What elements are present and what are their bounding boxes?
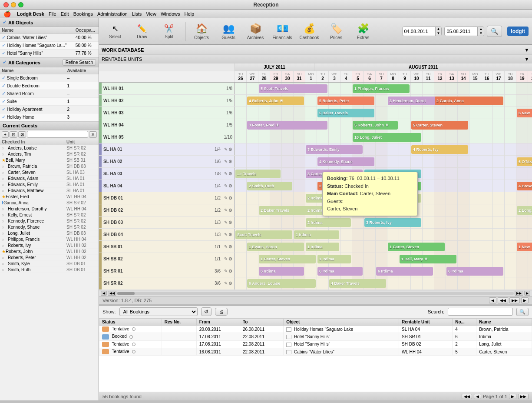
row-days-area[interactable]: 5 Scott Travels1 Philipps, Francis (235, 83, 532, 95)
guest-row[interactable]: ★ Roberts, John WL HH 02 (0, 249, 99, 255)
edit-icon[interactable]: ✎ (224, 232, 228, 237)
split-tool[interactable]: ✂️ Split (156, 20, 182, 43)
print-button[interactable]: 🖨 (215, 308, 228, 316)
guests-tool[interactable]: 👥 Guests (216, 20, 241, 43)
row-days-area[interactable]: 1 Evans, Aaron1 Irdima1 Carter, Steven1 … (235, 241, 532, 253)
booking-row[interactable]: Tentative 20.08.2011 26.08.2011 Holiday … (99, 326, 532, 333)
row-days-area[interactable]: 4 Kennedy, Shane6 O'Neal, Ryan (235, 156, 532, 168)
guest-row[interactable]: ℹ Garcia, Anna SH SR 02 (0, 200, 99, 206)
guest-row[interactable]: ○ Kennedy, Shane SH SR 02 (0, 224, 99, 230)
booking-bar[interactable]: 1 Carter, Steven (388, 243, 445, 251)
row-days-area[interactable]: Scott Travels1 Irdima (235, 229, 532, 241)
category-row[interactable]: ✓ Suite 1 (0, 98, 99, 106)
guest-row[interactable]: ○ Long, Juliet SH DB 03 (0, 230, 99, 236)
search-go-button[interactable]: 🔍 (516, 308, 529, 316)
guest-row[interactable]: ★ Bell, Mary SH SB 01 (0, 157, 99, 163)
apple-menu[interactable]: 🍎 (3, 10, 11, 17)
guest-row[interactable]: ○ Roberts, Ivy WL HH 02 (0, 243, 99, 249)
page-first-btn[interactable]: ◀◀ (462, 394, 472, 399)
row-days-area[interactable]: 4 Roberts, John ✳5 Roberts, Peter3 Hende… (235, 95, 532, 107)
guest-row[interactable]: ○ Carter, Steven SL HA 03 (0, 170, 99, 176)
scroll-thumb[interactable] (117, 292, 135, 295)
booking-bar[interactable]: 1 Philipps, Francis (353, 84, 410, 93)
booking-bar[interactable]: 6 Anders, Louise (247, 279, 316, 288)
booking-bar[interactable]: 4 Brown, Patricia (517, 182, 532, 190)
prices-tool[interactable]: 🏷️ Prices (324, 20, 349, 43)
settings-icon[interactable]: ⚙ (228, 183, 232, 188)
guest-row[interactable]: ○ Kennedy, Florence SH SR 02 (0, 218, 99, 224)
scroll-fast-left-btn[interactable]: ◀◀ (108, 291, 116, 296)
edit-icon[interactable]: ✎ (224, 159, 228, 164)
minimize-button[interactable] (11, 2, 16, 7)
date-from-up[interactable]: ▲ (435, 27, 442, 31)
settings-icon[interactable]: ⚙ (228, 232, 232, 237)
booking-bar[interactable]: 5 Roberts, Peter (317, 97, 374, 105)
settings-icon[interactable]: ⚙ (228, 159, 232, 164)
calendar-scrollbar[interactable]: ◀ ◀◀ ▶▶ ▶ (99, 290, 532, 296)
object-row[interactable]: ✓ Hotel "Sunny Hills" 77,78 % (0, 50, 99, 57)
booking-bar[interactable]: 10 Long, Juliet (353, 133, 421, 142)
booking-bar[interactable]: 3 Edwards, Emily (306, 145, 363, 154)
edit-icon[interactable]: ✎ (224, 183, 228, 188)
category-row[interactable]: ✓ Holiday Apartment 2 (0, 106, 99, 113)
search-input-bottom[interactable] (448, 308, 513, 316)
settings-icon[interactable]: ⚙ (228, 208, 232, 213)
booking-bar[interactable]: 6 O'Neal, Ryan (517, 157, 532, 166)
objects-tool[interactable]: 🏠 Objects (189, 20, 214, 43)
settings-icon[interactable]: ⚙ (228, 281, 232, 286)
date-to-input[interactable] (445, 28, 477, 35)
guest-row[interactable]: ○ Brown, Patricia SH DB 03 (0, 163, 99, 170)
booking-bar[interactable]: 6 Irdima (376, 267, 433, 276)
guest-row[interactable]: ○ Smith, Ruth SH DB 01 (0, 267, 99, 273)
settings-icon[interactable]: ⚙ (228, 196, 232, 200)
edit-icon[interactable]: ✎ (224, 147, 228, 152)
edit-icon[interactable]: ✎ (224, 196, 228, 200)
settings-icon[interactable]: ⚙ (228, 147, 232, 152)
archives-tool[interactable]: 📦 Archives (243, 20, 268, 43)
date-from-input[interactable] (403, 28, 435, 35)
menu-view[interactable]: View (144, 11, 158, 17)
guest-action-1[interactable]: ⊡ (10, 131, 17, 138)
date-to-up[interactable]: ▲ (477, 27, 484, 31)
booking-bar[interactable]: 6 New (517, 109, 532, 117)
scroll-fast-right-btn[interactable]: ▶▶ (515, 291, 523, 296)
edit-icon[interactable]: ✎ (224, 269, 228, 273)
category-row[interactable]: ✓ Single Bedroom – (0, 74, 99, 82)
booking-bar[interactable]: 6 Irdima (259, 267, 304, 276)
booking-bar[interactable]: 1 Irdima (317, 255, 351, 263)
row-days-area[interactable]: 6 Irdima6 Irdima6 Irdima6 Irdima (235, 265, 532, 277)
settings-icon[interactable]: ⚙ (228, 244, 232, 249)
guest-row[interactable]: ○ Smith, Kyle SH DB 01 (0, 261, 99, 267)
menu-file[interactable]: File (47, 11, 58, 17)
menu-bookings[interactable]: Bookings (72, 11, 95, 17)
scroll-right-btn[interactable]: ▶ (524, 291, 530, 296)
page-last-btn[interactable]: ▶▶ (518, 394, 529, 399)
booking-bar[interactable]: 5 Scott Travels (259, 84, 327, 93)
row-days-area[interactable]: 6 Anders, Louise4 Baker Travels (235, 277, 532, 290)
edit-icon[interactable]: ✎ (224, 208, 228, 213)
booking-bar[interactable]: 6 Irdima (446, 267, 503, 276)
draw-tool[interactable]: ✏️ Draw (129, 20, 155, 43)
clear-search-button[interactable]: ✕ (89, 131, 97, 138)
booking-bar[interactable]: 3 Foster, Fred ✳ (247, 121, 327, 130)
guest-row[interactable]: ○ Edwards, Matthew SL HA 01 (0, 188, 99, 194)
booking-bar[interactable]: 1 Evans, Aaron (247, 243, 304, 251)
menu-windows[interactable]: Windows (159, 11, 182, 17)
row-days-area[interactable]: 10 Long, Juliet (235, 131, 532, 143)
menu-administration[interactable]: Administration (96, 11, 129, 17)
date-to-down[interactable]: ▼ (477, 31, 484, 36)
refine-search-button[interactable]: Refine Search (63, 59, 96, 66)
guest-action-2[interactable]: ⊠ (18, 131, 26, 138)
guest-search-input[interactable] (27, 131, 88, 138)
settings-icon[interactable]: ⚙ (228, 171, 232, 176)
nav-fast-left-btn[interactable]: ◀◀ (498, 297, 508, 303)
scroll-left-btn[interactable]: ◀ (101, 291, 107, 296)
booking-bar[interactable]: 6 Irdima (317, 267, 363, 276)
settings-icon[interactable]: ⚙ (228, 220, 232, 225)
guest-row[interactable]: ○ Edwards, Emily SL HA 01 (0, 182, 99, 188)
booking-row[interactable]: Tentative 16.08.2011 22.08.2011 Cabins "… (99, 348, 532, 356)
booking-bar[interactable]: 1 Irdima (306, 243, 339, 251)
db-dropdown[interactable]: ▼ (522, 47, 532, 53)
row-days-area[interactable]: 2 Irdima3 Roberts, Ivy (235, 216, 532, 229)
menu-lists[interactable]: Lists (130, 11, 144, 17)
